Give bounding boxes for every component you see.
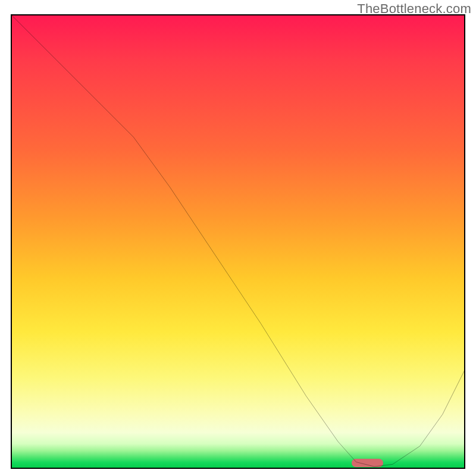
plot-area — [11, 14, 465, 469]
chart-container: TheBottleneck.com — [0, 0, 476, 476]
watermark-text: TheBottleneck.com — [357, 1, 471, 17]
bottleneck-curve — [11, 14, 465, 469]
